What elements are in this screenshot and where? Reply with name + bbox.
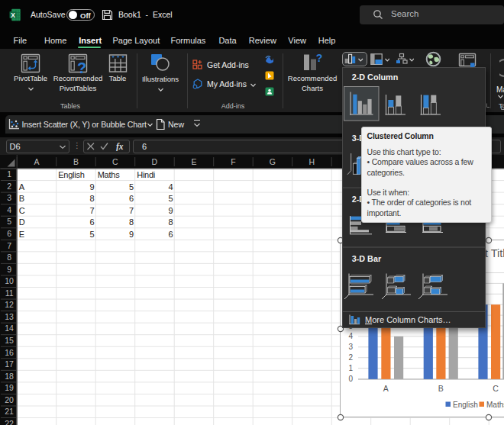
svg-text:6: 6 [90, 217, 95, 227]
svg-text:B: B [438, 384, 444, 393]
svg-text:12: 12 [5, 300, 14, 309]
svg-text:?: ? [316, 53, 323, 64]
svg-text:19: 19 [5, 383, 14, 392]
svg-text:17: 17 [5, 359, 14, 369]
svg-text:B: B [73, 157, 79, 166]
svg-text:4: 4 [169, 182, 173, 192]
svg-text:16: 16 [5, 348, 14, 357]
svg-text:8: 8 [169, 217, 173, 227]
svg-text:22: 22 [5, 419, 14, 425]
svg-text:21: 21 [5, 407, 14, 416]
svg-text:C: C [493, 384, 499, 393]
svg-text:7: 7 [7, 241, 11, 250]
svg-text:C: C [112, 157, 118, 166]
svg-text:X: X [11, 11, 15, 19]
svg-text:5: 5 [169, 194, 173, 203]
svg-text:5: 5 [129, 182, 134, 192]
svg-text:F: F [231, 157, 235, 166]
svg-text:9: 9 [7, 265, 11, 274]
svg-text:4: 4 [348, 332, 353, 340]
svg-text:9: 9 [90, 182, 95, 192]
svg-text:E: E [19, 230, 24, 239]
svg-text:2: 2 [7, 182, 11, 191]
svg-text:9: 9 [129, 230, 134, 239]
svg-text:More Column Charts…: More Column Charts… [365, 315, 451, 324]
svg-text:Maths: Maths [486, 401, 504, 409]
svg-text:6: 6 [169, 230, 173, 239]
svg-text:8: 8 [7, 253, 11, 262]
svg-text:4: 4 [7, 205, 11, 214]
svg-text:2: 2 [348, 353, 353, 362]
svg-text:A: A [34, 157, 39, 166]
svg-text:English: English [58, 170, 84, 179]
svg-text:13: 13 [5, 312, 14, 321]
svg-text:8: 8 [129, 217, 134, 227]
svg-text:6: 6 [7, 229, 11, 238]
svg-text:15: 15 [5, 336, 14, 345]
svg-text:C: C [19, 206, 25, 215]
svg-text:English: English [453, 401, 478, 409]
svg-text:5: 5 [90, 230, 95, 239]
svg-text:14: 14 [5, 324, 14, 333]
svg-text:D: D [19, 217, 25, 227]
svg-text:A: A [383, 384, 389, 393]
svg-text:1: 1 [348, 364, 353, 372]
svg-text:Maths: Maths [98, 170, 120, 179]
svg-text:18: 18 [5, 372, 14, 381]
svg-text:7: 7 [129, 206, 134, 215]
svg-text:0: 0 [348, 375, 353, 383]
svg-text:B: B [19, 194, 24, 203]
svg-text:3-D Bar: 3-D Bar [352, 254, 382, 263]
svg-text:fx: fx [116, 142, 124, 151]
svg-text:20: 20 [5, 395, 14, 404]
svg-text:10: 10 [5, 276, 14, 285]
svg-text:5: 5 [7, 217, 11, 226]
svg-text:D: D [152, 157, 158, 166]
svg-text:1: 1 [7, 169, 11, 179]
svg-text:3: 3 [7, 193, 11, 202]
svg-text:E: E [191, 157, 196, 166]
svg-text:G: G [270, 157, 276, 166]
svg-text:2-D Column: 2-D Column [352, 72, 399, 82]
svg-text:3: 3 [348, 343, 353, 351]
svg-text:Hindi: Hindi [137, 170, 155, 179]
svg-text:8: 8 [90, 194, 95, 203]
svg-text:7: 7 [90, 206, 95, 215]
svg-text:11: 11 [5, 288, 14, 298]
svg-text:H: H [309, 157, 315, 166]
svg-text:A: A [19, 182, 25, 192]
svg-text:6: 6 [129, 194, 134, 203]
svg-text:9: 9 [169, 206, 173, 215]
